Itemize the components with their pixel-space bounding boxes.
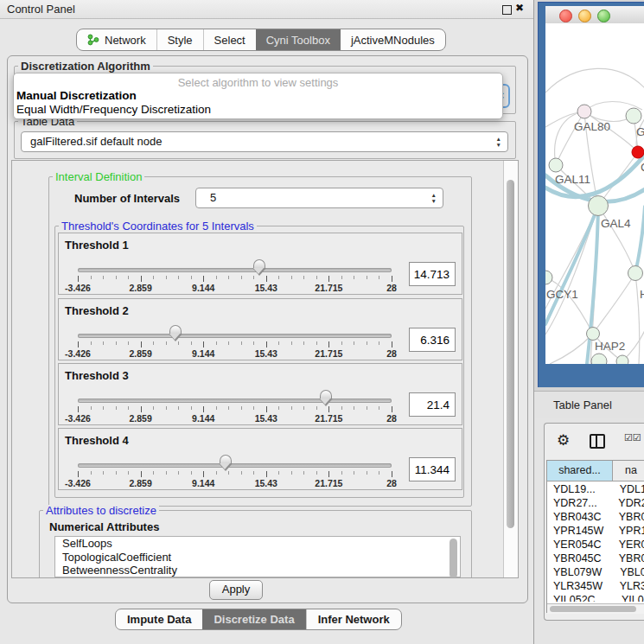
node-gcy1[interactable]	[545, 271, 552, 284]
scrollbar-thumb[interactable]	[507, 180, 514, 528]
slider-tick	[128, 406, 129, 410]
columns-icon[interactable]	[590, 434, 605, 449]
cell-shared-name: YBR045C	[547, 552, 615, 565]
table-data-combobox[interactable]: galFiltered.sif default node ▲▼	[21, 131, 508, 152]
tab-jactivemnodules[interactable]: jActiveMNodules	[341, 29, 445, 50]
tick-label: -3.426	[52, 413, 104, 424]
table-row[interactable]: YER054CYER0	[547, 538, 644, 552]
scrollbar-thumb[interactable]	[550, 606, 636, 612]
cell-name: YLR3	[616, 579, 644, 593]
threshold-slider-track[interactable]	[78, 463, 392, 468]
column-header-name[interactable]: na	[613, 461, 644, 481]
settings-vertical-scrollbar[interactable]	[503, 161, 518, 577]
slider-tick	[153, 406, 154, 410]
slider-tick	[228, 276, 229, 279]
network-canvas[interactable]: GAL80 GAL11 GAL4 GCY1 HAP2 GA C H	[545, 23, 644, 364]
threshold-slider-thumb[interactable]	[219, 455, 233, 472]
node-gal4[interactable]	[589, 196, 609, 216]
tick-label: 2.859	[115, 478, 167, 488]
table-row[interactable]: YDR27...YDR2	[547, 496, 644, 510]
table-row[interactable]: YBR043CYBR0	[547, 510, 644, 524]
list-item[interactable]: BetweennessCentrality	[55, 564, 460, 577]
slider-tick	[379, 341, 379, 345]
tab-discretize-data[interactable]: Discretize Data	[202, 609, 305, 629]
slider-tick	[328, 406, 329, 412]
tab-infer-network[interactable]: Infer Network	[306, 609, 401, 629]
popup-option-equal-width-frequency[interactable]: Equal Width/Frequency Discretization	[16, 103, 501, 116]
threshold-slider-track[interactable]	[78, 268, 392, 272]
slider-tick	[367, 406, 367, 410]
threshold-slider-thumb[interactable]	[319, 390, 333, 407]
table-row[interactable]: YIL052CYIL0	[547, 593, 644, 602]
table-panel-title: Table Panel	[553, 399, 612, 411]
slider-tick	[241, 406, 242, 410]
threshold-value-field[interactable]: 14.713	[409, 262, 456, 286]
network-window-titlebar[interactable]	[545, 6, 644, 24]
slider-tick	[253, 276, 254, 279]
num-intervals-value: 5	[210, 191, 216, 204]
tab-style[interactable]: Style	[156, 29, 203, 50]
close-traffic-light-icon[interactable]	[559, 10, 572, 22]
table-row[interactable]: YLR345WYLR3	[547, 579, 644, 593]
slider-tick	[316, 276, 317, 279]
node-right[interactable]	[628, 266, 643, 281]
list-item[interactable]: SelfLoops	[55, 537, 460, 551]
slider-tick	[78, 276, 79, 282]
threshold-slider-track[interactable]	[78, 399, 392, 403]
network-view-window[interactable]: GAL80 GAL11 GAL4 GCY1 HAP2 GA C H	[538, 2, 644, 387]
bottom-tabbar: Impute Data Discretize Data Infer Networ…	[115, 609, 402, 630]
node-bottom-left[interactable]	[591, 354, 607, 364]
tab-network[interactable]: Network	[77, 29, 156, 50]
num-intervals-combobox[interactable]: 5 ▲▼	[195, 188, 443, 208]
list-item[interactable]: TopologicalCoefficient	[55, 551, 460, 564]
tab-impute-data[interactable]: Impute Data	[116, 609, 202, 629]
slider-tick	[128, 276, 129, 279]
node-attribute-table: shared... na YDL19...YDL1YDR27...YDR2YBR…	[546, 460, 644, 613]
attributes-list-scrollbar[interactable]	[450, 539, 457, 578]
popup-placeholder-option[interactable]: Select algorithm to view settings	[14, 76, 502, 89]
slider-tick	[166, 276, 167, 279]
tick-label: 21.715	[303, 478, 354, 488]
minimize-traffic-light-icon[interactable]	[578, 10, 591, 22]
gear-icon[interactable]: ⚙	[557, 431, 570, 450]
tick-label: 9.144	[177, 348, 229, 359]
cell-shared-name: YDR27...	[547, 496, 615, 510]
table-row[interactable]: YBL079WYBL0	[547, 565, 644, 579]
slider-tick	[392, 276, 392, 282]
threshold-value-field[interactable]: 6.316	[409, 328, 456, 352]
table-row[interactable]: YBR045CYBR0	[547, 552, 644, 565]
slider-tick	[116, 276, 117, 279]
node-selected-red[interactable]	[632, 146, 644, 158]
close-icon[interactable]: ✖	[515, 2, 524, 14]
zoom-traffic-light-icon[interactable]	[597, 10, 610, 22]
table-horizontal-scrollbar[interactable]	[547, 603, 644, 614]
float-window-icon[interactable]	[502, 5, 512, 15]
slider-tick	[328, 341, 329, 348]
threshold-value-field[interactable]: 11.344	[409, 457, 456, 481]
tab-cyni-toolbox[interactable]: Cyni Toolbox	[256, 29, 341, 50]
tick-label: 9.144	[177, 478, 229, 488]
tab-select[interactable]: Select	[203, 29, 256, 50]
tab-label: Discretize Data	[214, 613, 294, 626]
select-columns-checkboxes-icon[interactable]: ☑☑	[624, 432, 641, 443]
node-bottom-right[interactable]	[616, 355, 628, 364]
table-row[interactable]: YDL19...YDL1	[547, 482, 644, 496]
node-top-right[interactable]	[626, 108, 641, 124]
threshold-slider-thumb[interactable]	[252, 259, 266, 277]
node-gal11[interactable]	[549, 158, 563, 172]
node-hap2[interactable]	[587, 328, 600, 341]
threshold-value-field[interactable]: 21.4	[409, 392, 456, 417]
threshold-slider-thumb[interactable]	[169, 325, 182, 342]
slider-tick	[379, 276, 379, 279]
node-label-gal80: GAL80	[574, 120, 610, 133]
column-header-shared-name[interactable]: shared...	[547, 461, 613, 481]
slider-tick	[228, 471, 229, 475]
slider-tick-labels: -3.4262.8599.14415.4321.71528	[59, 283, 462, 293]
window-title: Control Panel	[7, 3, 75, 16]
popup-option-manual-discretization[interactable]: Manual Discretization	[16, 89, 501, 102]
control-panel-titlebar[interactable]: Control Panel ✖	[0, 0, 533, 19]
table-row[interactable]: YPR145WYPR1	[547, 524, 644, 538]
apply-button[interactable]: Apply	[209, 580, 263, 600]
threshold-slider-track[interactable]	[78, 334, 392, 338]
node-gal80[interactable]	[577, 105, 591, 118]
